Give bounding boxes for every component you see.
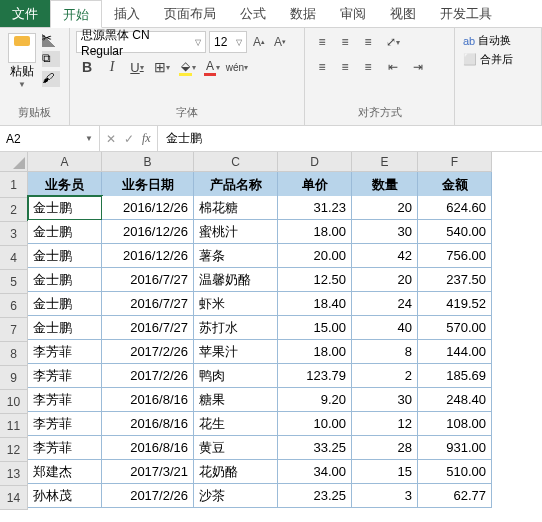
cell[interactable]: 孙林茂 bbox=[28, 484, 102, 508]
table-header-cell[interactable]: 单价 bbox=[278, 172, 352, 198]
increase-font-button[interactable]: A▴ bbox=[250, 33, 268, 51]
tab-layout[interactable]: 页面布局 bbox=[152, 0, 228, 27]
cell[interactable]: 540.00 bbox=[418, 220, 492, 244]
cell[interactable]: 薯条 bbox=[194, 244, 278, 268]
increase-indent-button[interactable]: ⇥ bbox=[407, 56, 429, 78]
cell[interactable]: 756.00 bbox=[418, 244, 492, 268]
cell[interactable]: 624.60 bbox=[418, 196, 492, 220]
cell[interactable]: 温馨奶酪 bbox=[194, 268, 278, 292]
cell[interactable]: 李芳菲 bbox=[28, 340, 102, 364]
row-header[interactable]: 11 bbox=[0, 414, 28, 438]
cell[interactable]: 2017/2/26 bbox=[102, 484, 194, 508]
cell[interactable]: 3 bbox=[352, 484, 418, 508]
format-painter-button[interactable]: 🖌 bbox=[42, 71, 60, 87]
row-header[interactable]: 13 bbox=[0, 462, 28, 486]
fx-button[interactable]: fx bbox=[142, 131, 151, 146]
align-bottom-button[interactable]: ≡ bbox=[357, 31, 379, 53]
tab-review[interactable]: 审阅 bbox=[328, 0, 378, 27]
cell[interactable]: 金士鹏 bbox=[28, 244, 102, 268]
decrease-indent-button[interactable]: ⇤ bbox=[382, 56, 404, 78]
table-header-cell[interactable]: 产品名称 bbox=[194, 172, 278, 198]
row-header[interactable]: 4 bbox=[0, 246, 28, 270]
tab-formula[interactable]: 公式 bbox=[228, 0, 278, 27]
cell[interactable]: 15 bbox=[352, 460, 418, 484]
cell[interactable]: 931.00 bbox=[418, 436, 492, 460]
row-header[interactable]: 5 bbox=[0, 270, 28, 294]
cell[interactable]: 2016/7/27 bbox=[102, 316, 194, 340]
cell[interactable]: 15.00 bbox=[278, 316, 352, 340]
cell[interactable]: 2016/7/27 bbox=[102, 268, 194, 292]
cell[interactable]: 糖果 bbox=[194, 388, 278, 412]
select-all-corner[interactable] bbox=[0, 152, 28, 172]
column-header[interactable]: E bbox=[352, 152, 418, 172]
table-header-cell[interactable]: 数量 bbox=[352, 172, 418, 198]
tab-view[interactable]: 视图 bbox=[378, 0, 428, 27]
cell[interactable]: 20.00 bbox=[278, 244, 352, 268]
bold-button[interactable]: B bbox=[76, 56, 98, 78]
cell[interactable]: 花生 bbox=[194, 412, 278, 436]
phonetic-button[interactable]: wén▾ bbox=[226, 56, 248, 78]
row-header[interactable]: 9 bbox=[0, 366, 28, 390]
cell[interactable]: 18.00 bbox=[278, 340, 352, 364]
font-name-select[interactable]: 思源黑体 CN Regular▽ bbox=[76, 31, 206, 53]
name-box[interactable]: A2▼ bbox=[0, 126, 100, 151]
column-header[interactable]: D bbox=[278, 152, 352, 172]
italic-button[interactable]: I bbox=[101, 56, 123, 78]
cell[interactable]: 2016/12/26 bbox=[102, 196, 194, 220]
cell[interactable]: 8 bbox=[352, 340, 418, 364]
cell[interactable]: 李芳菲 bbox=[28, 388, 102, 412]
align-left-button[interactable]: ≡ bbox=[311, 56, 333, 78]
cell[interactable]: 2 bbox=[352, 364, 418, 388]
cell[interactable]: 23.25 bbox=[278, 484, 352, 508]
cell[interactable]: 2016/8/16 bbox=[102, 388, 194, 412]
cell[interactable]: 419.52 bbox=[418, 292, 492, 316]
cell[interactable]: 金士鹏 bbox=[28, 268, 102, 292]
cell[interactable]: 2016/8/16 bbox=[102, 436, 194, 460]
cell[interactable]: 248.40 bbox=[418, 388, 492, 412]
cell[interactable]: 苏打水 bbox=[194, 316, 278, 340]
cell[interactable]: 12.50 bbox=[278, 268, 352, 292]
cell[interactable]: 18.40 bbox=[278, 292, 352, 316]
row-header[interactable]: 8 bbox=[0, 342, 28, 366]
cell[interactable]: 33.25 bbox=[278, 436, 352, 460]
cell[interactable]: 李芳菲 bbox=[28, 412, 102, 436]
merge-button[interactable]: ⬜合并后 bbox=[461, 50, 535, 69]
cell[interactable]: 沙茶 bbox=[194, 484, 278, 508]
tab-file[interactable]: 文件 bbox=[0, 0, 50, 27]
cell[interactable]: 34.00 bbox=[278, 460, 352, 484]
row-header[interactable]: 14 bbox=[0, 486, 28, 510]
cell[interactable]: 9.20 bbox=[278, 388, 352, 412]
paste-button[interactable]: 粘贴 ▼ bbox=[6, 31, 38, 91]
row-header[interactable]: 3 bbox=[0, 222, 28, 246]
cell[interactable]: 2016/7/27 bbox=[102, 292, 194, 316]
cell[interactable]: 金士鹏 bbox=[28, 316, 102, 340]
cell[interactable]: 40 bbox=[352, 316, 418, 340]
align-right-button[interactable]: ≡ bbox=[357, 56, 379, 78]
cell[interactable]: 237.50 bbox=[418, 268, 492, 292]
table-header-cell[interactable]: 业务员 bbox=[28, 172, 102, 198]
decrease-font-button[interactable]: A▾ bbox=[271, 33, 289, 51]
cell[interactable]: 30 bbox=[352, 388, 418, 412]
cell[interactable]: 24 bbox=[352, 292, 418, 316]
copy-button[interactable]: ⧉ bbox=[42, 51, 60, 67]
cell[interactable]: 20 bbox=[352, 268, 418, 292]
row-header[interactable]: 12 bbox=[0, 438, 28, 462]
font-size-select[interactable]: 12▽ bbox=[209, 31, 247, 53]
column-header[interactable]: B bbox=[102, 152, 194, 172]
cell[interactable]: 金士鹏 bbox=[28, 292, 102, 316]
column-header[interactable]: C bbox=[194, 152, 278, 172]
cell[interactable]: 2017/2/26 bbox=[102, 340, 194, 364]
cell[interactable]: 鸭肉 bbox=[194, 364, 278, 388]
row-header[interactable]: 6 bbox=[0, 294, 28, 318]
cell[interactable]: 30 bbox=[352, 220, 418, 244]
cell[interactable]: 金士鹏 bbox=[28, 220, 102, 244]
cell[interactable]: 黄豆 bbox=[194, 436, 278, 460]
font-color-button[interactable]: A▾ bbox=[201, 56, 223, 78]
align-top-button[interactable]: ≡ bbox=[311, 31, 333, 53]
cell[interactable]: 苹果汁 bbox=[194, 340, 278, 364]
cell[interactable]: 62.77 bbox=[418, 484, 492, 508]
cell[interactable]: 2017/3/21 bbox=[102, 460, 194, 484]
cell[interactable]: 28 bbox=[352, 436, 418, 460]
table-header-cell[interactable]: 金额 bbox=[418, 172, 492, 198]
column-header[interactable]: F bbox=[418, 152, 492, 172]
